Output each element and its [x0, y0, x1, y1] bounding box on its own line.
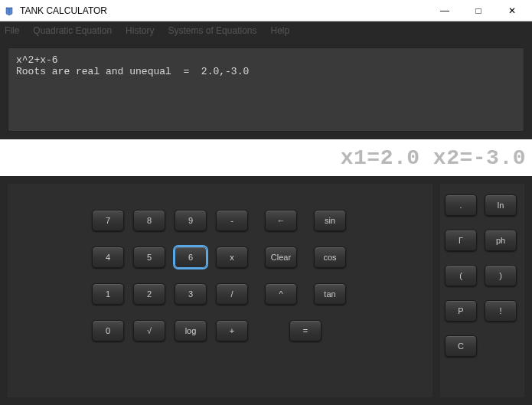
btn-divide[interactable]: / — [216, 283, 248, 305]
side-keypad: . ln Γ ph ( ) P ! C — [440, 184, 524, 397]
btn-1[interactable]: 1 — [92, 283, 124, 305]
btn-log[interactable]: log — [175, 320, 207, 341]
menubar: File Quadratic Equation History Systems … — [0, 21, 532, 40]
btn-minus[interactable]: - — [216, 210, 248, 231]
menu-file[interactable]: File — [5, 25, 19, 36]
btn-6[interactable]: 6 — [175, 247, 207, 268]
maximize-button[interactable]: □ — [462, 1, 495, 21]
btn-ph[interactable]: ph — [485, 230, 517, 251]
menu-systems[interactable]: Systems of Equations — [168, 25, 256, 36]
app-icon — [3, 5, 15, 17]
btn-plus[interactable]: + — [216, 320, 248, 341]
keypad-area: 7 8 9 - ← sin 4 5 6 x Clear cos 1 2 3 / … — [8, 184, 524, 397]
btn-tan[interactable]: tan — [314, 283, 346, 305]
app-body: x^2+x-6 Roots are real and unequal = 2.0… — [0, 40, 532, 405]
btn-sqrt[interactable]: √ — [133, 320, 165, 341]
menu-help[interactable]: Help — [270, 25, 289, 36]
btn-rparen[interactable]: ) — [485, 265, 517, 286]
history-line-2: Roots are real and unequal = 2.0,-3.0 — [16, 66, 249, 77]
btn-gamma[interactable]: Γ — [445, 230, 477, 251]
btn-multiply[interactable]: x — [216, 247, 248, 268]
window-title: TANK CALCULATOR — [20, 5, 428, 16]
btn-clear[interactable]: Clear — [265, 247, 297, 268]
btn-cos[interactable]: cos — [314, 247, 346, 268]
btn-power[interactable]: ^ — [265, 283, 297, 305]
btn-p[interactable]: P — [445, 300, 477, 322]
btn-sin[interactable]: sin — [314, 210, 346, 231]
btn-factorial[interactable]: ! — [485, 300, 517, 322]
btn-7[interactable]: 7 — [92, 210, 124, 231]
btn-5[interactable]: 5 — [133, 247, 165, 268]
menu-history[interactable]: History — [126, 25, 154, 36]
history-panel: x^2+x-6 Roots are real and unequal = 2.0… — [8, 47, 524, 132]
display-wrap: x1=2.0 x2=-3.0 — [0, 139, 532, 176]
btn-4[interactable]: 4 — [92, 247, 124, 268]
minimize-button[interactable]: — — [428, 1, 462, 21]
display-value: x1=2.0 x2=-3.0 — [341, 146, 526, 170]
btn-8[interactable]: 8 — [133, 210, 165, 231]
window-controls: — □ ✕ — [428, 1, 529, 21]
main-keypad: 7 8 9 - ← sin 4 5 6 x Clear cos 1 2 3 / … — [8, 184, 432, 397]
btn-0[interactable]: 0 — [92, 320, 124, 341]
btn-lparen[interactable]: ( — [445, 265, 477, 286]
btn-backspace[interactable]: ← — [265, 210, 297, 231]
history-line-1: x^2+x-6 — [16, 54, 58, 66]
btn-9[interactable]: 9 — [175, 210, 207, 231]
btn-equals[interactable]: = — [289, 320, 321, 341]
btn-ln[interactable]: ln — [485, 194, 517, 216]
btn-3[interactable]: 3 — [175, 283, 207, 305]
titlebar: TANK CALCULATOR — □ ✕ — [0, 0, 532, 21]
close-button[interactable]: ✕ — [495, 1, 529, 21]
menu-quadratic[interactable]: Quadratic Equation — [33, 25, 112, 36]
btn-2[interactable]: 2 — [133, 283, 165, 305]
btn-dot[interactable]: . — [445, 194, 477, 216]
btn-c[interactable]: C — [445, 335, 477, 357]
